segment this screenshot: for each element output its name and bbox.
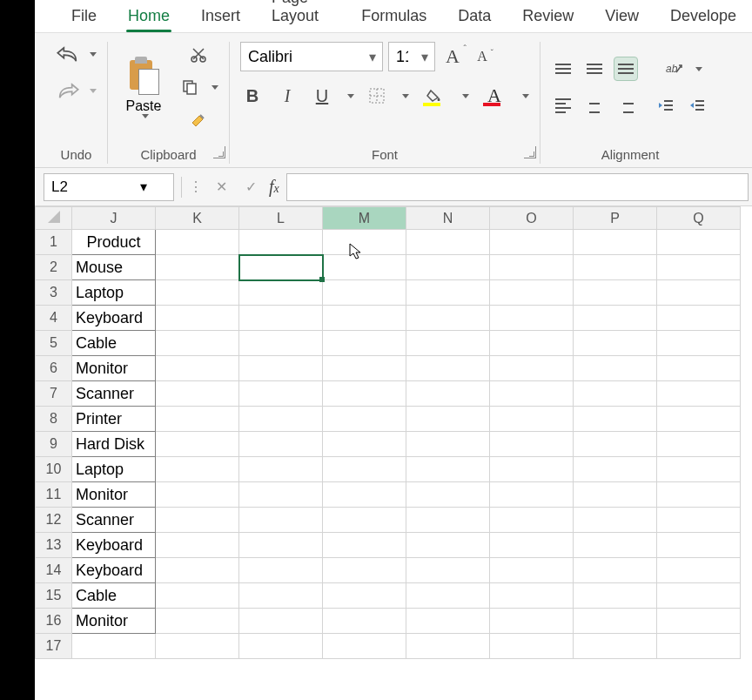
cell-J4[interactable]: Keyboard (72, 306, 156, 331)
cell-O4[interactable] (490, 306, 574, 331)
cell-L9[interactable] (239, 432, 323, 457)
increase-indent-button[interactable] (685, 93, 709, 118)
font-launcher[interactable] (524, 146, 536, 158)
cell-K8[interactable] (156, 407, 239, 432)
cell-L13[interactable] (239, 533, 323, 558)
row-header-1[interactable]: 1 (36, 230, 72, 255)
italic-button[interactable]: I (275, 84, 299, 108)
paste-button[interactable]: Paste (118, 44, 169, 131)
select-all-corner[interactable] (36, 207, 72, 230)
cell-J14[interactable]: Keyboard (72, 558, 156, 583)
cell-N16[interactable] (406, 609, 490, 634)
cell-M12[interactable] (323, 508, 406, 533)
column-header-O[interactable]: O (490, 207, 574, 230)
tab-insert[interactable]: Insert (185, 0, 256, 32)
undo-button[interactable] (56, 42, 80, 66)
cell-P15[interactable] (574, 583, 657, 609)
align-middle-button[interactable] (582, 57, 607, 81)
row-header-16[interactable]: 16 (36, 609, 72, 634)
align-center-button[interactable] (582, 93, 607, 118)
cell-Q4[interactable] (657, 306, 741, 331)
row-header-4[interactable]: 4 (36, 306, 72, 331)
cell-K11[interactable] (156, 482, 239, 508)
cell-K14[interactable] (156, 558, 239, 583)
cell-L10[interactable] (239, 457, 323, 482)
worksheet[interactable]: JKLMNOPQ 1Product2Mouse3Laptop4Keyboard5… (35, 206, 752, 700)
cell-K5[interactable] (156, 331, 239, 356)
cell-P6[interactable] (574, 356, 657, 381)
row-header-3[interactable]: 3 (36, 280, 72, 306)
cell-Q2[interactable] (657, 255, 741, 280)
underline-dropdown[interactable] (347, 94, 354, 98)
row-header-12[interactable]: 12 (36, 508, 72, 533)
cell-M6[interactable] (323, 356, 406, 381)
cell-P3[interactable] (574, 280, 657, 306)
font-name-input[interactable] (241, 44, 363, 70)
cell-M14[interactable] (323, 558, 406, 583)
cell-L12[interactable] (239, 508, 323, 533)
tab-data[interactable]: Data (442, 0, 507, 32)
cell-M5[interactable] (323, 331, 406, 356)
cell-M13[interactable] (323, 533, 406, 558)
cell-L7[interactable] (239, 381, 323, 407)
cell-Q12[interactable] (657, 508, 741, 533)
column-header-K[interactable]: K (156, 207, 239, 230)
font-name-combo[interactable]: ▾ (240, 42, 383, 71)
cell-M16[interactable] (323, 609, 406, 634)
cell-Q7[interactable] (657, 381, 741, 407)
increase-font-button[interactable]: Aˆ (440, 44, 465, 69)
cell-J16[interactable]: Monitor (72, 609, 156, 634)
cell-Q1[interactable] (657, 230, 741, 255)
cell-P1[interactable] (574, 230, 657, 255)
name-box[interactable]: ▾ (44, 173, 174, 201)
cell-N2[interactable] (406, 255, 490, 280)
cell-Q6[interactable] (657, 356, 741, 381)
cell-N5[interactable] (406, 331, 490, 356)
cell-N14[interactable] (406, 558, 490, 583)
tab-review[interactable]: Review (507, 0, 589, 32)
cell-L14[interactable] (239, 558, 323, 583)
cell-N8[interactable] (406, 407, 490, 432)
cell-J7[interactable]: Scanner (72, 381, 156, 407)
cell-L2[interactable] (239, 255, 323, 280)
decrease-font-button[interactable]: Aˇ (470, 44, 494, 69)
row-header-6[interactable]: 6 (36, 356, 72, 381)
cell-K16[interactable] (156, 609, 239, 634)
font-name-dropdown[interactable]: ▾ (363, 49, 382, 65)
cell-P11[interactable] (574, 482, 657, 508)
cell-O10[interactable] (490, 457, 574, 482)
cell-N9[interactable] (406, 432, 490, 457)
cell-J13[interactable]: Keyboard (72, 533, 156, 558)
cell-L15[interactable] (239, 583, 323, 609)
cell-O1[interactable] (490, 230, 574, 255)
orientation-button[interactable]: ab (661, 57, 686, 81)
cell-N11[interactable] (406, 482, 490, 508)
cell-M9[interactable] (323, 432, 406, 457)
cell-K2[interactable] (156, 255, 239, 280)
cell-L11[interactable] (239, 482, 323, 508)
cell-N12[interactable] (406, 508, 490, 533)
enter-formula-button[interactable]: ✓ (239, 176, 262, 199)
cell-O11[interactable] (490, 482, 574, 508)
cell-K10[interactable] (156, 457, 239, 482)
column-header-J[interactable]: J (72, 207, 156, 230)
cell-J15[interactable]: Cable (72, 583, 156, 609)
cut-button[interactable] (178, 42, 218, 66)
cell-K1[interactable] (156, 230, 239, 255)
cancel-formula-button[interactable]: ✕ (210, 176, 232, 199)
cell-P17[interactable] (574, 634, 657, 659)
align-left-button[interactable] (551, 93, 575, 118)
row-header-8[interactable]: 8 (36, 407, 72, 432)
cell-M4[interactable] (323, 306, 406, 331)
formula-bar[interactable] (286, 173, 749, 201)
cell-J3[interactable]: Laptop (72, 280, 156, 306)
cell-L1[interactable] (239, 230, 323, 255)
cell-Q14[interactable] (657, 558, 741, 583)
cell-N7[interactable] (406, 381, 490, 407)
cell-M2[interactable] (323, 255, 406, 280)
align-right-button[interactable] (614, 93, 638, 118)
row-header-2[interactable]: 2 (36, 255, 72, 280)
cell-P16[interactable] (574, 609, 657, 634)
font-color-button[interactable]: A (480, 84, 509, 108)
redo-button[interactable] (56, 78, 80, 103)
